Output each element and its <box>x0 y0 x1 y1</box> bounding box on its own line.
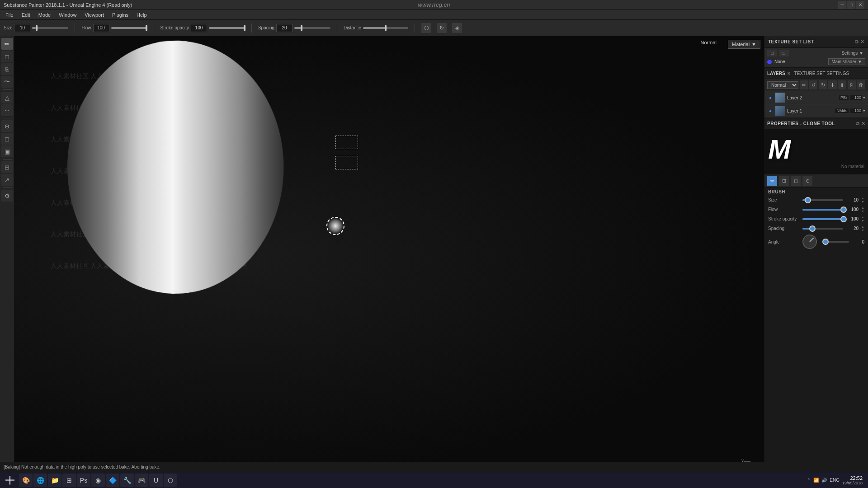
brush-angle-dial[interactable] <box>802 235 817 249</box>
taskbar-app-blender[interactable]: ⬡ <box>164 474 177 487</box>
menu-mode[interactable]: Mode <box>35 11 55 19</box>
spacing-slider[interactable] <box>294 27 330 29</box>
export-tool[interactable]: ↗ <box>1 174 13 186</box>
layer-up-btn[interactable]: ⬆ <box>838 80 846 89</box>
properties-close-icon[interactable]: ✕ <box>861 121 865 127</box>
layer-2-visibility[interactable]: ● <box>767 94 774 101</box>
size-group: Size 10 <box>4 24 68 32</box>
taskbar-app-tools[interactable]: 🔧 <box>120 474 134 487</box>
taskbar-app-misc[interactable]: ◉ <box>91 474 105 487</box>
menu-viewport[interactable]: Viewport <box>81 11 108 19</box>
window-title: Substance Painter 2018.1.1 - Unreal Engi… <box>4 2 132 8</box>
clone-tool[interactable]: ⎘ <box>1 63 13 75</box>
menu-help[interactable]: Help <box>133 11 151 19</box>
viewport[interactable]: 人人素材社区 人人素材社区 人人素材社区 人人素材社区 人人素材社区 人人素材社… <box>14 36 764 478</box>
menu-file[interactable]: File <box>2 11 17 19</box>
layers-header: LAYERS ✕ TEXTURE SET SETTINGS <box>764 67 868 79</box>
transform-tool[interactable]: ⊕ <box>1 120 13 132</box>
brush-tab-texture[interactable]: ⊞ <box>779 176 789 186</box>
layer-1-opacity: 100 ▾ <box>850 108 865 113</box>
layer-2-opacity-value[interactable]: 100 <box>850 95 862 100</box>
tray-apps[interactable]: ⌃ <box>807 478 811 483</box>
tset-tab-2[interactable]: □ <box>779 50 789 56</box>
layers-tab[interactable]: LAYERS ✕ <box>767 71 791 76</box>
properties-expand-icon[interactable]: ⧉ <box>856 121 859 127</box>
restore-button[interactable]: □ <box>847 1 855 9</box>
brush-stroke-opacity-arrows: ▲ ▼ <box>861 216 864 222</box>
layers-close-icon[interactable]: ✕ <box>787 71 791 76</box>
measure-tool[interactable]: ⊹ <box>1 104 13 116</box>
brush-tab-settings[interactable]: ⊙ <box>802 176 812 186</box>
tray-time[interactable]: 22:52 19/05/2018 <box>842 475 863 485</box>
brush-flow-slider[interactable] <box>802 209 843 211</box>
fill-tool[interactable]: ▣ <box>1 145 13 157</box>
brush-size-value[interactable]: 10 <box>846 197 859 202</box>
close-button[interactable]: ✕ <box>856 1 864 9</box>
brush-stroke-opacity-value[interactable]: 100 <box>846 216 859 221</box>
brush-size-slider[interactable] <box>802 199 843 201</box>
texture-set-close-icon[interactable]: ✕ <box>860 39 864 45</box>
left-toolbar: ✏ ◻ ⎘ 〜 △ ⊹ ⊕ ◻ ▣ ⊞ ↗ ⚙ <box>0 36 14 478</box>
texture-set-expand-icon[interactable]: ⧉ <box>855 39 859 45</box>
flow-value[interactable]: 100 <box>93 24 109 32</box>
brush-spacing-slider[interactable] <box>802 228 843 230</box>
stroke-opacity-value[interactable]: 100 <box>191 24 207 32</box>
layer-1-opacity-value[interactable]: 100 <box>850 108 862 113</box>
taskbar-app-3d[interactable]: 🔷 <box>106 474 119 487</box>
settings-tool[interactable]: ⚙ <box>1 190 13 202</box>
taskbar-app-ps[interactable]: Ps <box>77 474 90 487</box>
layer-redo-btn[interactable]: ↻ <box>819 80 827 89</box>
align-icon[interactable]: ◈ <box>452 23 462 33</box>
brush-angle-value[interactable]: 0 <box>852 239 864 244</box>
flow-slider[interactable] <box>111 27 147 29</box>
size-slider[interactable] <box>32 27 68 29</box>
tset-shader[interactable]: Main shader ▼ <box>828 58 865 65</box>
brush-stroke-opacity-slider[interactable] <box>802 218 843 220</box>
layer-delete-btn[interactable]: 🗑 <box>857 80 865 89</box>
brush-spacing-label: Spacing <box>768 226 800 231</box>
distance-slider[interactable] <box>363 27 408 29</box>
brush-flow-value[interactable]: 100 <box>846 207 859 212</box>
taskbar-app-game[interactable]: 🎮 <box>135 474 148 487</box>
taskbar-app-ue4[interactable]: U <box>149 474 163 487</box>
blend-mode-select[interactable]: Normal <box>767 81 798 89</box>
taskbar-app-files[interactable]: 📁 <box>48 474 61 487</box>
rotate-icon[interactable]: ↻ <box>437 23 447 33</box>
brush-spacing-value[interactable]: 20 <box>846 226 859 231</box>
brush-tab-shape[interactable]: ◻ <box>791 176 801 186</box>
material-selector[interactable]: Material ▼ <box>728 40 760 49</box>
symmetry-icon[interactable]: ⬡ <box>421 23 431 33</box>
menu-window[interactable]: Window <box>55 11 80 19</box>
layers-title: LAYERS <box>767 71 785 76</box>
spacing-value[interactable]: 20 <box>276 24 292 32</box>
texture-set-settings-tab[interactable]: TEXTURE SET SETTINGS <box>794 71 849 76</box>
layer-tool[interactable]: ⊞ <box>1 161 13 173</box>
layer-copy-btn[interactable]: ⎘ <box>848 80 856 89</box>
layer-undo-btn[interactable]: ↺ <box>809 80 817 89</box>
menu-plugins[interactable]: Plugins <box>108 11 132 19</box>
start-button[interactable] <box>2 474 18 487</box>
texture-set-list-icons: ⧉ ✕ <box>855 39 864 45</box>
tset-tab-1[interactable]: □ <box>767 50 777 56</box>
tray-lang[interactable]: ENG <box>830 478 840 483</box>
paint-tool[interactable]: ✏ <box>1 38 13 50</box>
layer-1-visibility[interactable]: ● <box>767 108 774 114</box>
menu-edit[interactable]: Edit <box>18 11 34 19</box>
eraser-tool[interactable]: ◻ <box>1 51 13 62</box>
tray-volume[interactable]: 🔊 <box>821 478 827 483</box>
taskbar-app-substance[interactable]: 🎨 <box>19 474 33 487</box>
minimize-button[interactable]: ─ <box>838 1 846 9</box>
brush-angle-slider[interactable] <box>822 241 849 243</box>
stroke-opacity-slider[interactable] <box>209 27 245 29</box>
layer-paint-btn[interactable]: ✏ <box>800 80 808 89</box>
layer-down-btn[interactable]: ⬇ <box>828 80 836 89</box>
geometry-tool[interactable]: △ <box>1 92 13 103</box>
select-tool[interactable]: ◻ <box>1 133 13 145</box>
taskbar-app-apps[interactable]: ⊞ <box>62 474 76 487</box>
smudge-tool[interactable]: 〜 <box>1 76 13 88</box>
tray-network[interactable]: 📶 <box>813 478 819 483</box>
size-value[interactable]: 10 <box>14 24 30 32</box>
taskbar-app-edge[interactable]: 🌐 <box>33 474 47 487</box>
brush-tab-paint[interactable]: ✏ <box>767 176 777 186</box>
settings-dropdown[interactable]: Settings ▼ <box>840 50 865 56</box>
